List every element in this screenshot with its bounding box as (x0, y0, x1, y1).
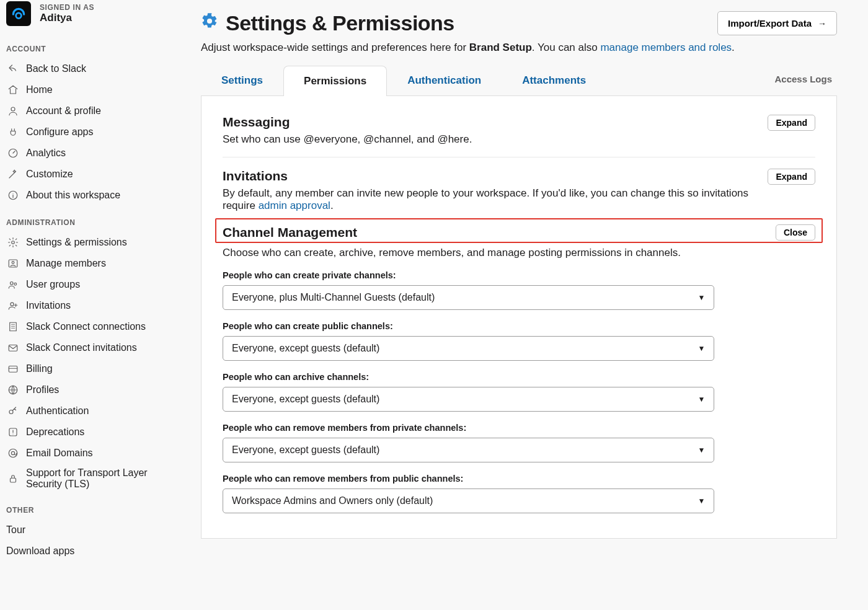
sidebar: SIGNED IN AS Aditya ACCOUNT Back to Slac… (0, 0, 179, 610)
sidebar-item-label: Profiles (26, 384, 59, 396)
section-invitations: Invitations By default, any member can i… (223, 169, 815, 212)
admin-approval-link[interactable]: admin approval (259, 200, 330, 211)
sidebar-item[interactable]: Billing (0, 358, 179, 379)
sidebar-item-label: Settings & permissions (26, 237, 127, 248)
sidebar-item[interactable]: Configure apps (0, 122, 179, 143)
dropdown-value: Everyone, except guests (default) (232, 394, 379, 405)
signed-in-label: SIGNED IN AS (40, 3, 94, 12)
channel-management-close-button[interactable]: Close (776, 224, 815, 241)
avatar (6, 1, 31, 26)
channel-mgmt-field: People who can remove members from priva… (223, 423, 815, 462)
sidebar-item[interactable]: Authentication (0, 400, 179, 422)
sidebar-item-label: Slack Connect connections (26, 321, 146, 332)
sidebar-item[interactable]: Customize (0, 164, 179, 185)
chevron-down-icon: ▼ (698, 293, 706, 302)
key-icon (6, 404, 20, 418)
dropdown-select[interactable]: Workspace Admins and Owners only (defaul… (223, 488, 714, 513)
field-label: People who can remove members from priva… (223, 423, 815, 433)
sidebar-item[interactable]: Deprecations (0, 422, 179, 443)
svg-rect-11 (9, 345, 17, 351)
nav-section-other: OTHER (0, 493, 179, 519)
svg-rect-18 (11, 478, 16, 482)
arrow-right-icon: → (818, 19, 826, 29)
dropdown-select[interactable]: Everyone, except guests (default)▼ (223, 438, 714, 462)
invitations-desc: By default, any member can invite new pe… (223, 187, 768, 212)
sidebar-item-label: Invitations (26, 300, 71, 311)
channel-mgmt-field: People who can remove members from publi… (223, 474, 815, 513)
sidebar-item[interactable]: Email Domains (0, 443, 179, 464)
user-name: Aditya (40, 12, 94, 24)
sidebar-item[interactable]: Slack Connect connections (0, 316, 179, 337)
sidebar-item-label: Email Domains (26, 448, 93, 459)
tab-authentication[interactable]: Authentication (387, 65, 502, 95)
sidebar-item[interactable]: Analytics (0, 143, 179, 164)
workspace-name: Brand Setup (469, 42, 532, 53)
field-label: People who can remove members from publi… (223, 474, 815, 484)
sidebar-item[interactable]: User groups (0, 274, 179, 295)
sidebar-item-label: Customize (26, 169, 73, 180)
svg-rect-12 (9, 366, 17, 373)
messaging-desc: Set who can use @everyone, @channel, and… (223, 133, 472, 146)
invitations-expand-button[interactable]: Expand (768, 169, 815, 185)
import-export-button[interactable]: Import/Export Data → (717, 11, 837, 35)
sidebar-item-label: Home (26, 84, 53, 95)
tab-access-logs[interactable]: Access Logs (769, 65, 837, 95)
dropdown-value: Workspace Admins and Owners only (defaul… (232, 495, 433, 506)
sidebar-item[interactable]: Support for Transport Layer Security (TL… (0, 464, 179, 493)
sidebar-item-label: Deprecations (26, 427, 84, 438)
sidebar-item[interactable]: Invitations (0, 295, 179, 316)
main-content: Settings & Permissions Import/Export Dat… (179, 0, 868, 610)
sidebar-item-label: Billing (26, 363, 53, 374)
nav-section-administration: ADMINISTRATION (0, 206, 179, 232)
group-icon (6, 278, 20, 291)
sidebar-item[interactable]: Settings & permissions (0, 232, 179, 253)
channel-mgmt-field: People who can create public channels:Ev… (223, 321, 815, 361)
chevron-down-icon: ▼ (698, 344, 706, 353)
sidebar-item[interactable]: About this workspace (0, 185, 179, 206)
at-icon (6, 446, 20, 460)
dropdown-value: Everyone, except guests (default) (232, 343, 379, 354)
svg-point-6 (12, 262, 14, 264)
sidebar-item-label: Manage members (26, 258, 106, 269)
sidebar-item[interactable]: Slack Connect invitations (0, 337, 179, 358)
sidebar-item[interactable]: Home (0, 79, 179, 100)
user-block: SIGNED IN AS Aditya (0, 0, 179, 32)
sidebar-item[interactable]: Manage members (0, 253, 179, 274)
tab-settings[interactable]: Settings (201, 65, 283, 95)
sidebar-item[interactable]: Account & profile (0, 100, 179, 122)
channel-management-desc: Choose who can create, archive, remove m… (223, 247, 815, 259)
envelope-icon (6, 341, 20, 355)
field-label: People who can create public channels: (223, 321, 815, 331)
warn-icon (6, 425, 20, 439)
svg-point-7 (11, 282, 14, 285)
messaging-expand-button[interactable]: Expand (768, 115, 815, 131)
members-icon (6, 257, 20, 270)
channel-management-title: Channel Management (223, 225, 357, 240)
tab-attachments[interactable]: Attachments (502, 65, 606, 95)
page-subtitle: Adjust workspace-wide settings and prefe… (201, 42, 837, 54)
gear-icon (6, 236, 20, 249)
svg-point-4 (12, 241, 15, 244)
sidebar-item-label: About this workspace (26, 190, 120, 201)
import-export-label: Import/Export Data (728, 18, 812, 29)
sidebar-item-label: Back to Slack (26, 63, 86, 74)
manage-members-link[interactable]: manage members and roles (600, 42, 732, 53)
permissions-panel: Messaging Set who can use @everyone, @ch… (201, 96, 837, 539)
sidebar-item-label: Slack Connect invitations (26, 342, 137, 353)
dropdown-select[interactable]: Everyone, except guests (default)▼ (223, 336, 714, 361)
dropdown-select[interactable]: Everyone, plus Multi-Channel Guests (def… (223, 285, 714, 310)
channel-mgmt-field: People who can archive channels:Everyone… (223, 372, 815, 412)
sidebar-item[interactable]: Profiles (0, 379, 179, 400)
tab-permissions[interactable]: Permissions (283, 66, 387, 96)
sidebar-item-label: Tour (6, 524, 25, 535)
sidebar-item[interactable]: Tour (0, 519, 179, 541)
back-icon (6, 62, 20, 76)
svg-point-0 (16, 13, 22, 19)
field-label: People who can archive channels: (223, 372, 815, 382)
sidebar-item[interactable]: Download apps (0, 541, 179, 562)
info-icon (6, 188, 20, 202)
sidebar-item[interactable]: Back to Slack (0, 58, 179, 79)
dropdown-select[interactable]: Everyone, except guests (default)▼ (223, 387, 714, 412)
building-icon (6, 320, 20, 334)
dropdown-value: Everyone, plus Multi-Channel Guests (def… (232, 292, 435, 303)
